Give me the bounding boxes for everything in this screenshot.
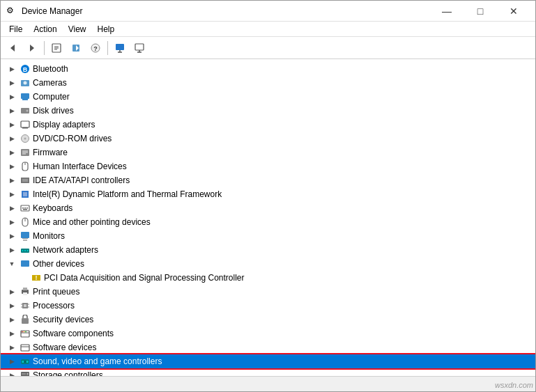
tree-item-8[interactable]: ▶Human Interface Devices <box>1 159 535 173</box>
item-label-19: Security devices <box>33 315 93 324</box>
title-controls: — □ ✕ <box>431 1 530 22</box>
maximize-button[interactable]: □ <box>464 1 496 22</box>
expand-icon-12[interactable]: ▶ <box>6 217 17 228</box>
tree-item-4[interactable]: ▶Disk drives <box>1 104 535 118</box>
tree-item-2[interactable]: ▶Cameras <box>1 76 535 90</box>
tree-item-10[interactable]: ▶Intel(R) Dynamic Platform and Thermal F… <box>1 187 535 201</box>
expand-icon-11[interactable]: ▶ <box>6 203 17 214</box>
expand-icon-4[interactable]: ▶ <box>6 105 17 116</box>
device-manager-window: ⚙ Device Manager — □ ✕ File Action View … <box>0 0 536 392</box>
item-label-14: Network adapters <box>33 245 98 255</box>
svg-rect-20 <box>21 93 29 99</box>
minimize-button[interactable]: — <box>431 1 463 22</box>
title-bar-left: ⚙ Device Manager <box>6 6 82 17</box>
expand-icon-19[interactable]: ▶ <box>6 314 17 325</box>
item-icon-5 <box>20 119 31 130</box>
svg-rect-34 <box>21 178 29 183</box>
tree-item-16[interactable]: !PCI Data Acquisition and Signal Process… <box>1 271 535 285</box>
tree-item-1[interactable]: ▶BBluetooth <box>1 62 535 76</box>
tree-item-21[interactable]: ▶Software devices <box>1 340 535 354</box>
item-icon-16: ! <box>31 272 42 283</box>
svg-marker-1 <box>30 45 34 52</box>
tree-item-20[interactable]: ▶Software components <box>1 327 535 340</box>
item-icon-4 <box>20 105 31 116</box>
tree-item-6[interactable]: ▶DVD/CD-ROM drives <box>1 132 535 146</box>
tree-item-19[interactable]: ▶Security devices <box>1 313 535 327</box>
svg-point-75 <box>26 361 29 363</box>
action2-button[interactable] <box>111 39 129 57</box>
menu-view[interactable]: View <box>63 23 92 36</box>
tree-item-22[interactable]: ▶Sound, video and game controllers <box>1 354 535 368</box>
tree-item-11[interactable]: ▶Keyboards <box>1 201 535 215</box>
tree-item-18[interactable]: ▶Processors <box>1 299 535 313</box>
tree-item-23[interactable]: ▶Storage controllers <box>1 368 535 376</box>
expand-icon-8[interactable]: ▶ <box>6 161 17 172</box>
item-icon-2 <box>20 77 31 88</box>
tree-item-13[interactable]: ▶Monitors <box>1 229 535 243</box>
item-icon-3 <box>20 91 31 102</box>
item-icon-11 <box>20 203 31 214</box>
svg-rect-21 <box>22 99 28 100</box>
window-title: Device Manager <box>22 6 82 16</box>
svg-rect-10 <box>116 44 124 50</box>
tree-item-9[interactable]: ▶IDE ATA/ATAPI controllers <box>1 173 535 187</box>
expand-icon-3[interactable]: ▶ <box>6 91 17 102</box>
expand-icon-1[interactable]: ▶ <box>6 63 17 75</box>
tree-item-5[interactable]: ▶Display adapters <box>1 118 535 132</box>
svg-rect-57 <box>23 288 27 290</box>
expand-icon-10[interactable]: ▶ <box>6 189 17 200</box>
tree-item-17[interactable]: ▶Print queues <box>1 285 535 299</box>
expand-icon-9[interactable]: ▶ <box>6 175 17 186</box>
expand-icon-2[interactable]: ▶ <box>6 77 17 88</box>
item-label-7: Firmware <box>33 148 68 157</box>
tree-item-15[interactable]: ▼Other devices <box>1 257 535 271</box>
toolbar-separator-2 <box>107 41 108 55</box>
item-label-2: Cameras <box>33 78 67 88</box>
item-icon-23 <box>20 370 31 376</box>
close-button[interactable]: ✕ <box>498 1 530 22</box>
tree-item-14[interactable]: ▶Network adapters <box>1 243 535 257</box>
item-label-4: Disk drives <box>33 106 74 116</box>
content-area: ▶BBluetooth▶Cameras▶Computer▶Disk drives… <box>1 59 535 376</box>
item-icon-20 <box>20 328 31 339</box>
menu-bar: File Action View Help <box>1 22 535 37</box>
svg-point-52 <box>27 250 29 251</box>
expand-icon-23[interactable]: ▶ <box>6 370 17 376</box>
expand-icon-5[interactable]: ▶ <box>6 119 17 130</box>
expand-icon-22[interactable]: ▶ <box>6 356 17 367</box>
expand-icon-14[interactable]: ▶ <box>6 244 17 256</box>
expand-icon-17[interactable]: ▶ <box>6 286 17 297</box>
item-label-5: Display adapters <box>33 120 95 130</box>
menu-file[interactable]: File <box>3 23 28 36</box>
svg-point-27 <box>24 138 26 140</box>
expand-icon-6[interactable]: ▶ <box>6 133 17 144</box>
back-button[interactable] <box>3 39 22 57</box>
expand-icon-13[interactable]: ▶ <box>6 230 17 242</box>
item-icon-6 <box>20 133 31 144</box>
tree-item-7[interactable]: ▶Firmware <box>1 146 535 159</box>
forward-button[interactable] <box>23 39 41 57</box>
item-icon-10 <box>20 189 31 200</box>
expand-icon-18[interactable]: ▶ <box>6 300 17 311</box>
item-icon-9 <box>20 175 31 186</box>
expand-icon-20[interactable]: ▶ <box>6 328 17 339</box>
properties-button[interactable] <box>47 39 66 57</box>
monitor-button[interactable] <box>130 39 148 57</box>
update-button[interactable] <box>67 39 85 57</box>
svg-rect-25 <box>22 127 28 129</box>
item-label-16: PCI Data Acquisition and Signal Processi… <box>44 273 244 283</box>
menu-action[interactable]: Action <box>28 23 62 36</box>
svg-point-23 <box>26 110 29 112</box>
menu-help[interactable]: Help <box>92 23 121 36</box>
tree-item-12[interactable]: ▶Mice and other pointing devices <box>1 215 535 229</box>
item-label-15: Other devices <box>33 259 84 269</box>
expand-icon-7[interactable]: ▶ <box>6 147 17 158</box>
tree-item-3[interactable]: ▶Computer <box>1 90 535 104</box>
item-icon-22 <box>20 356 31 367</box>
item-label-10: Intel(R) Dynamic Platform and Thermal Fr… <box>33 189 222 199</box>
item-label-3: Computer <box>33 92 70 102</box>
tree-view[interactable]: ▶BBluetooth▶Cameras▶Computer▶Disk drives… <box>1 59 535 376</box>
expand-icon-21[interactable]: ▶ <box>6 342 17 353</box>
help-button[interactable]: ? <box>86 39 105 57</box>
expand-icon-15[interactable]: ▼ <box>6 258 17 269</box>
